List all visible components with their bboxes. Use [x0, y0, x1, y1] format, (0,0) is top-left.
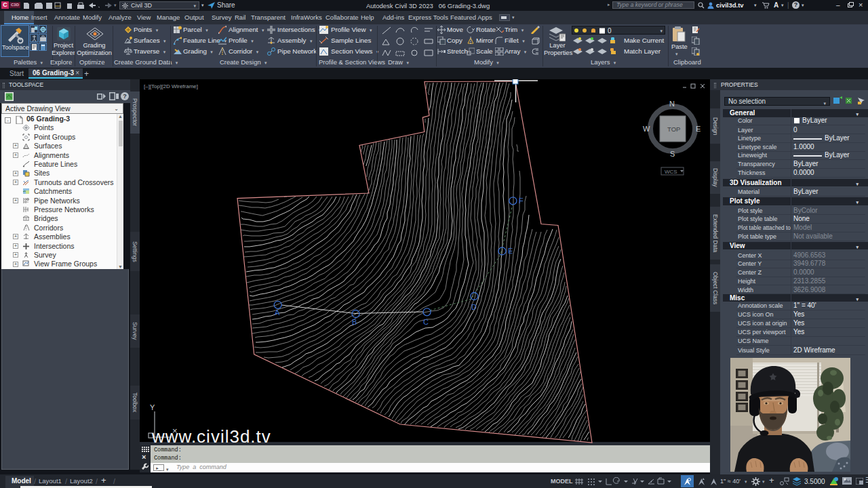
svg-text:W: W: [643, 125, 650, 133]
svg-text:TOP: TOP: [667, 125, 680, 133]
svg-text:E: E: [696, 125, 701, 133]
svg-text:A: A: [275, 308, 280, 317]
svg-text:F: F: [519, 197, 524, 205]
svg-text:[–][Top][2D Wireframe]: [–][Top][2D Wireframe]: [144, 83, 198, 89]
svg-text:C: C: [423, 318, 429, 326]
svg-text:S: S: [670, 150, 675, 158]
svg-text:WCS: WCS: [665, 169, 677, 175]
svg-text:E: E: [508, 247, 513, 255]
svg-text:B: B: [352, 318, 357, 326]
svg-text:D: D: [471, 303, 477, 311]
svg-text:Y: Y: [150, 403, 155, 411]
svg-text:N: N: [669, 100, 675, 108]
